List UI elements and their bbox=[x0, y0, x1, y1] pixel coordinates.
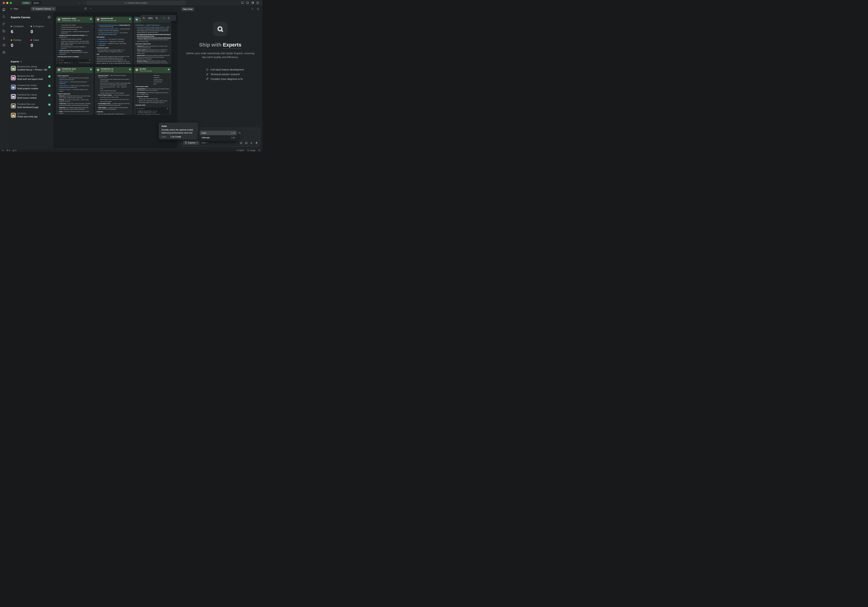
new-chat-button[interactable]: New Chat bbox=[181, 7, 194, 11]
expert-list-item[interactable]: Backend Dev BillBuild auth and layout sh… bbox=[9, 74, 52, 83]
notifications-bell-icon[interactable] bbox=[258, 149, 260, 151]
errors-icon bbox=[6, 149, 8, 151]
next-indicator[interactable]: NEXT bbox=[236, 149, 244, 151]
zoom-out-icon[interactable] bbox=[143, 17, 145, 19]
mode-tab-editor[interactable]: Editor bbox=[21, 1, 31, 5]
expert-card-header: Backend Dev BillBuild auth and layout sh… bbox=[95, 17, 132, 23]
chat-history-icon[interactable] bbox=[257, 8, 259, 10]
tab-plan[interactable]: Plan bbox=[11, 7, 18, 11]
code-language-label: bash bbox=[61, 59, 64, 61]
toggle-bottom-panel-icon[interactable] bbox=[246, 2, 249, 4]
report-line: ◦Sorted by most recent issue activity bbox=[97, 96, 131, 98]
stat-pending: Pending0 bbox=[11, 39, 31, 48]
expert-list-item[interactable]: Frontend Dev RobinBuild projects module bbox=[9, 83, 52, 93]
text-segment: The implementation compiles and builds s… bbox=[97, 56, 129, 62]
bullet: • bbox=[58, 89, 58, 90]
text-segment: npm run build bbox=[98, 113, 107, 115]
expert-card[interactable]: Frontend Dev JasonBuild issues moduleCli… bbox=[56, 67, 93, 115]
reset-view-icon[interactable] bbox=[167, 17, 170, 19]
expert-list-item[interactable]: Backend Dev JimmyScaffold Next.js + Pris… bbox=[9, 64, 52, 74]
enhance-prompt-icon[interactable] bbox=[250, 142, 253, 144]
text-segment: My Issues Section bbox=[98, 75, 108, 76]
expert-list-item[interactable]: QA ChrisPolish and verify app bbox=[9, 111, 52, 121]
close-window-button[interactable] bbox=[3, 2, 5, 4]
expert-list-item[interactable]: Frontend Dev JasonBuild issues module bbox=[9, 93, 52, 102]
collapse-panel-icon[interactable] bbox=[48, 16, 51, 19]
expert-card[interactable]: Frontend Dev LeeBuild dashboard page•My … bbox=[95, 67, 132, 115]
test-flask-icon[interactable] bbox=[2, 36, 6, 40]
text-segment: md: bbox=[158, 75, 160, 76]
model-option-label: Ultimate bbox=[202, 136, 210, 139]
report-line: •My Issues Section — Main content area s… bbox=[97, 75, 131, 78]
bullet: • bbox=[58, 50, 58, 51]
code-token: docker bbox=[59, 62, 63, 63]
text-segment: Next Steps (when Docker is available) bbox=[57, 56, 79, 57]
fit-view-icon[interactable] bbox=[163, 17, 165, 19]
usage-indicator[interactable]: Usage bbox=[247, 149, 255, 151]
expert-list-item[interactable]: Frontend Dev LeeBuild dashboard page bbox=[9, 102, 52, 111]
mention-icon[interactable]: @ bbox=[240, 141, 242, 144]
zoom-in-icon[interactable] bbox=[155, 17, 158, 19]
toggle-left-panel-icon[interactable] bbox=[241, 2, 244, 4]
bullet: • bbox=[136, 96, 136, 98]
text-segment: Priority Badge Colors bbox=[98, 103, 110, 104]
bullet: • bbox=[136, 26, 136, 28]
expert-name: QA Chris bbox=[17, 112, 50, 115]
feature-item: Complex issue diagnosis & fix bbox=[206, 78, 244, 81]
expert-card[interactable]: QA ChrisPolish and verify appmobile (md:… bbox=[134, 67, 171, 115]
bullet: • bbox=[136, 88, 136, 90]
split-editor-icon[interactable] bbox=[84, 7, 87, 10]
text-segment: Configured shadcn/ui components manually bbox=[59, 35, 84, 36]
expert-card-name: QA Chris bbox=[140, 68, 169, 70]
remote-session-icon[interactable] bbox=[2, 43, 6, 47]
back-button[interactable]: ← bbox=[79, 1, 81, 4]
model-option-auto[interactable]: Auto1.0x bbox=[200, 130, 237, 135]
text-segment: Verification bbox=[97, 111, 103, 112]
expert-card[interactable]: Frontend Dev RobinBuild projects moduled… bbox=[134, 17, 171, 64]
text-segment: passed with no TypeScript errors bbox=[107, 113, 124, 115]
toggle-right-panel-icon[interactable] bbox=[251, 2, 254, 4]
minimize-window-button[interactable] bbox=[6, 2, 8, 4]
search-icon[interactable] bbox=[2, 15, 6, 19]
warnings-indicator[interactable]: 0 bbox=[12, 149, 16, 151]
bullet: • bbox=[97, 43, 98, 45]
stat-label-text: Failed bbox=[33, 39, 39, 41]
experts-mode-selector[interactable]: Experts bbox=[183, 141, 199, 144]
close-tab-icon[interactable]: ✕ bbox=[53, 8, 54, 10]
more-actions-icon[interactable] bbox=[90, 7, 92, 10]
tab-experts-canvas[interactable]: Experts Canvas ✕ bbox=[31, 6, 56, 11]
experts-count: 6 bbox=[20, 60, 22, 63]
text-segment: src/lib/prisma.ts bbox=[98, 43, 106, 44]
plan-tab-label: Plan bbox=[14, 8, 18, 10]
text-segment: Note bbox=[97, 54, 99, 55]
status-color-dot bbox=[31, 39, 32, 41]
report-heading: Verification bbox=[97, 111, 131, 113]
files-icon[interactable] bbox=[2, 8, 6, 11]
collapse-expand-icon[interactable] bbox=[2, 149, 4, 151]
copy-code-icon[interactable] bbox=[167, 108, 168, 109]
expert-card[interactable]: Backend Dev BillBuild auth and layout sh… bbox=[95, 17, 132, 64]
text-segment: 2 projects (Web Application, Mobile App) bbox=[61, 26, 82, 28]
add-chat-icon[interactable] bbox=[251, 8, 254, 10]
account-icon[interactable] bbox=[256, 2, 259, 4]
model-selector[interactable]: Auto bbox=[202, 141, 208, 144]
model-option-ultimate[interactable]: Ultimate1.6x bbox=[200, 135, 237, 140]
attach-image-icon[interactable] bbox=[245, 142, 248, 144]
maximize-window-button[interactable] bbox=[10, 2, 12, 4]
mode-tab-quest[interactable]: Quest bbox=[31, 1, 41, 5]
completed-check-icon bbox=[168, 68, 170, 70]
report-line: •src/app/layout.tsx — Updated title to "… bbox=[97, 40, 131, 42]
expert-name: Backend Dev Bill bbox=[17, 75, 50, 77]
report-line: •Detail View: Inline editable title/desc… bbox=[57, 107, 91, 110]
forward-button[interactable]: → bbox=[82, 1, 85, 4]
expert-card[interactable]: Backend Dev JimmyScaffold Next.js + Pris… bbox=[56, 17, 93, 64]
microphone-icon[interactable] bbox=[255, 142, 258, 144]
ship-with-experts-title: Ship with Experts bbox=[178, 42, 262, 48]
project-search-bar[interactable]: Experts-demo-project bbox=[86, 1, 186, 5]
extensions-icon[interactable] bbox=[2, 29, 6, 33]
apps-grid-icon[interactable] bbox=[2, 51, 6, 54]
errors-indicator[interactable]: 0 bbox=[6, 149, 10, 151]
source-control-icon[interactable] bbox=[2, 22, 6, 25]
text-segment: src/app/(authenticated)/projects/page.ts… bbox=[98, 25, 119, 26]
copy-code-icon[interactable] bbox=[89, 59, 90, 61]
